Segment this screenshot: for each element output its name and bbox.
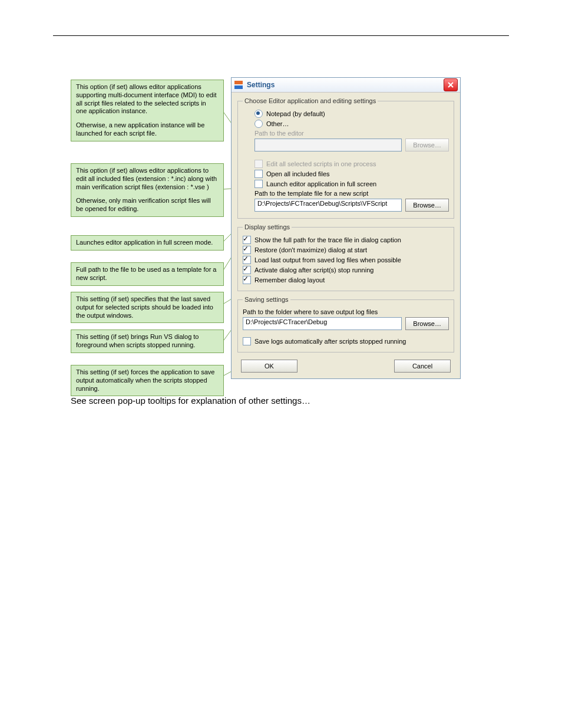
callout-template-path: Full path to the file to be used as a te… — [71, 262, 224, 286]
save-folder-label: Path to the folder where to save output … — [243, 308, 449, 315]
radio-notepad[interactable]: Notepad (by default) — [254, 110, 449, 118]
close-icon — [447, 81, 454, 88]
svg-rect-8 — [234, 85, 243, 89]
callout-activate-dialog: This setting (if set) brings Run VS dial… — [71, 330, 224, 353]
cancel-button[interactable]: Cancel — [394, 360, 451, 373]
radio-label: Other… — [266, 120, 289, 127]
callout-text: This setting (if set) specifies that the… — [76, 295, 213, 319]
saving-group: Saving settings Path to the folder where… — [237, 296, 454, 353]
browse-save-folder-button[interactable]: Browse… — [405, 317, 449, 330]
check-full-screen[interactable]: Launch editor application in full screen — [254, 180, 449, 188]
callout-text: This setting (if set) forces the applica… — [76, 368, 214, 392]
callout-text: This option (if set) allows editor appli… — [76, 83, 216, 114]
dialog-title: Settings — [247, 81, 275, 89]
callout-text: Otherwise, only main verification script… — [76, 197, 211, 212]
callout-load-last: This setting (if set) specifies that the… — [71, 292, 224, 323]
checkbox-icon — [243, 266, 251, 274]
path-label: Path to the editor — [254, 130, 449, 137]
check-auto-save[interactable]: Save logs automatically after scripts st… — [243, 337, 449, 345]
checkbox-icon — [254, 160, 263, 168]
callout-open-included: This option (if set) allows editor appli… — [71, 163, 224, 217]
svg-rect-7 — [234, 81, 243, 84]
save-folder-field[interactable]: D:\Projects\FCTracer\Debug — [243, 317, 402, 330]
header-rule — [53, 35, 509, 36]
check-activate[interactable]: Activate dialog after script(s) stop run… — [243, 266, 449, 274]
callout-text: This setting (if set) brings Run VS dial… — [76, 333, 199, 348]
saving-legend: Saving settings — [243, 296, 290, 303]
page: This option (if set) allows editor appli… — [0, 0, 562, 407]
check-load-last[interactable]: Load last output from saved log files wh… — [243, 256, 449, 264]
footnote: See screen pop-up tooltips for explanati… — [71, 396, 310, 407]
check-remember[interactable]: Remember dialog layout — [243, 276, 449, 284]
checkbox-icon — [243, 337, 251, 345]
browse-template-button[interactable]: Browse… — [405, 199, 449, 212]
dialog-buttons: OK Cancel — [237, 357, 454, 373]
close-button[interactable] — [444, 78, 458, 91]
checkbox-icon — [254, 170, 263, 178]
radio-label: Notepad (by default) — [266, 110, 325, 117]
browse-editor-button: Browse… — [405, 139, 449, 151]
callout-text: Launches editor application in full scre… — [76, 239, 213, 246]
radio-icon — [254, 120, 263, 128]
display-legend: Display settings — [243, 223, 292, 230]
radio-other[interactable]: Other… — [254, 120, 449, 128]
editor-path-field — [254, 139, 402, 151]
ok-button[interactable]: OK — [241, 360, 297, 373]
callout-text: Otherwise, a new application instance wi… — [76, 121, 204, 137]
template-row: D:\Projects\FCTracer\Debug\Scripts\VFScr… — [254, 199, 449, 212]
callout-edit-one-process: This option (if set) allows editor appli… — [71, 80, 224, 141]
editor-legend: Choose Editor application and editing se… — [243, 97, 378, 104]
dialog-body: Choose Editor application and editing se… — [232, 93, 460, 378]
display-group: Display settings Show the full path for … — [237, 223, 454, 291]
path-row: Browse… — [254, 139, 449, 151]
check-open-included[interactable]: Open all included files — [254, 170, 449, 178]
editor-group: Choose Editor application and editing se… — [237, 97, 454, 219]
template-path-field[interactable]: D:\Projects\FCTracer\Debug\Scripts\VFScr… — [254, 199, 402, 212]
callout-auto-save: This setting (if set) forces the applica… — [71, 365, 224, 396]
callout-text: Full path to the file to be used as a te… — [76, 266, 216, 281]
checkbox-icon — [254, 180, 263, 188]
template-label: Path to the template file for a new scri… — [254, 190, 449, 197]
settings-dialog: Settings Choose Editor application and e… — [231, 77, 461, 379]
radio-icon — [254, 110, 263, 118]
checkbox-icon — [243, 276, 251, 284]
check-full-path[interactable]: Show the full path for the trace file in… — [243, 236, 449, 244]
callout-text: This option (if set) allows editor appli… — [76, 167, 217, 190]
checkbox-icon — [243, 256, 251, 264]
check-edit-all: Edit all selected scripts in one process — [254, 160, 449, 168]
callout-full-screen: Launches editor application in full scre… — [71, 235, 224, 251]
figure: This option (if set) allows editor appli… — [71, 77, 562, 407]
checkbox-icon — [243, 246, 251, 254]
save-folder-row: D:\Projects\FCTracer\Debug Browse… — [243, 317, 449, 330]
settings-icon — [234, 80, 243, 90]
titlebar: Settings — [232, 78, 460, 93]
check-restore[interactable]: Restore (don't maximize) dialog at start — [243, 246, 449, 254]
checkbox-icon — [243, 236, 251, 244]
